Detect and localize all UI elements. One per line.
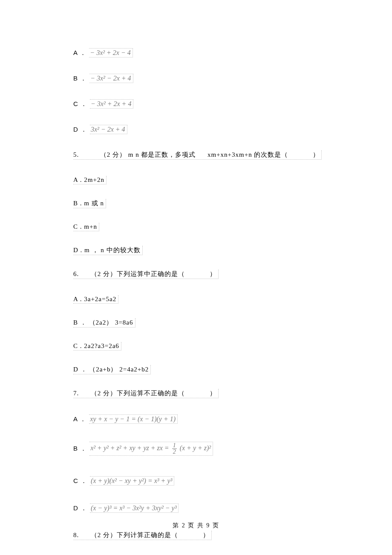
- question-text: （2 分）下列计算正确的是（: [91, 532, 178, 538]
- question-5: 5. （2 分） m n 都是正数，多项式 xm+xn+3xm+n 的次数是（ …: [73, 150, 329, 160]
- q7-option-c: C ． (x + y)(x² − xy + y²) = x³ + y³: [73, 476, 329, 486]
- option-label: A ．: [73, 415, 86, 423]
- q5-option-a: A . 2m+2n: [73, 176, 329, 184]
- q7-option-b: B ． x² + y² + z² + xy + yz + zx = 12 (x …: [73, 442, 329, 456]
- math-expression: − 3x² + 2x + 4: [90, 99, 133, 109]
- page-content: A ． − 3x² + 2x − 4 B ． − 3x² − 2x + 4 C …: [73, 48, 329, 540]
- question-term: xm+xn+3xm+n: [208, 151, 252, 158]
- question-text: （2 分）下列运算不正确的是（: [91, 390, 185, 397]
- option-label: B ．: [73, 75, 87, 83]
- question-points: （2 分）: [100, 151, 126, 158]
- option-label: A ．: [73, 49, 86, 57]
- q4-option-b: B ． − 3x² − 2x + 4: [73, 74, 329, 83]
- option-label: D ．: [73, 504, 87, 512]
- math-expression: − 3x² − 2x + 4: [89, 74, 133, 83]
- q4-option-d: D ． 3x² − 2x + 4: [73, 125, 329, 134]
- q5-option-c: C . m+n: [73, 223, 329, 231]
- q5-option-d: D . m ， n 中的较大数: [73, 246, 329, 255]
- question-number: 5.: [73, 151, 79, 158]
- option-label: C ．: [73, 100, 87, 108]
- q6-option-c: C . 2a2?a3=2a6: [73, 342, 329, 351]
- close-paren: ）: [210, 390, 216, 397]
- q7-option-a: A ． xy + x − y − 1 = (x − 1)(y + 1): [73, 414, 329, 424]
- close-paren: ）: [210, 270, 216, 277]
- fraction-icon: 12: [172, 443, 177, 455]
- q6-option-a: A . 3a+2a=5a2: [73, 295, 329, 304]
- question-7: 7. （2 分）下列运算不正确的是（ ）: [73, 389, 329, 398]
- option-label: B ．: [73, 445, 87, 453]
- math-expression: x² + y² + z² + xy + yz + zx = 12 (x + y …: [89, 442, 213, 456]
- q4-option-c: C ． − 3x² + 2x + 4: [73, 99, 329, 109]
- question-text: m n 都是正数，多项式: [128, 151, 196, 158]
- question-number: 7.: [73, 390, 79, 397]
- option-label: D ．: [73, 126, 87, 134]
- question-text: （2 分）下列运算中正确的是（: [91, 270, 185, 277]
- q5-option-b: B . m 或 n: [73, 199, 329, 208]
- math-expression: − 3x² + 2x − 4: [89, 48, 133, 58]
- q6-option-b: B ． （2a2） 3=8a6: [73, 318, 329, 328]
- math-expression: (x − y)³ = x³ − 3x²y + 3xy² − y³: [90, 503, 179, 513]
- q6-option-d: D ． （2a+b） 2=4a2+b2: [73, 365, 329, 374]
- question-number: 6.: [73, 270, 79, 277]
- close-paren: ）: [313, 151, 320, 158]
- math-expression: (x + y)(x² − xy + y²) = x³ + y³: [90, 476, 174, 486]
- question-number: 8.: [73, 532, 79, 538]
- math-expression: 3x² − 2x + 4: [90, 125, 127, 134]
- q7-option-d: D ． (x − y)³ = x³ − 3x²y + 3xy² − y³: [73, 503, 329, 513]
- question-suffix: 的次数是（: [254, 151, 288, 158]
- page-footer: 第 2 页 共 9 页: [0, 522, 392, 529]
- option-label: C ．: [73, 477, 87, 485]
- close-paren: ）: [203, 532, 210, 538]
- question-8: 8. （2 分）下列计算正确的是（ ）: [73, 531, 329, 540]
- question-6: 6. （2 分）下列运算中正确的是（ ）: [73, 270, 329, 279]
- math-expression: xy + x − y − 1 = (x − 1)(y + 1): [89, 414, 178, 424]
- q4-option-a: A ． − 3x² + 2x − 4: [73, 48, 329, 58]
